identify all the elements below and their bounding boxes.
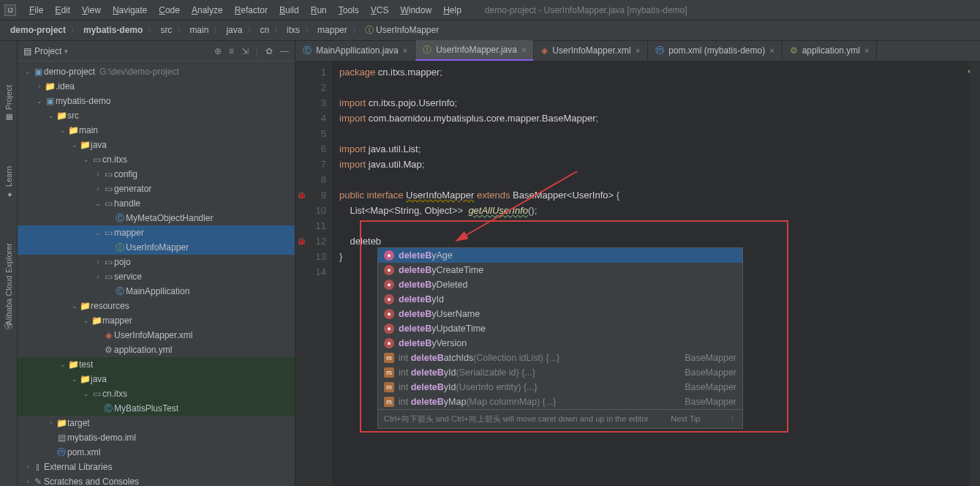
tree-generator[interactable]: ›▭generator: [18, 182, 295, 196]
window-title: demo-project - UserInfoMapper.java [myba…: [485, 5, 687, 15]
crumb-itxs[interactable]: itxs: [284, 25, 303, 35]
completion-item[interactable]: mint deleteById(Serializable id) {...}Ba…: [378, 365, 742, 380]
side-tab-learn[interactable]: ✦Learn: [4, 166, 13, 199]
breadcrumb-bar: demo-project〉mybatis-demo〉src〉main〉java〉…: [0, 20, 980, 41]
code-area[interactable]: 🐞🐞 1234567891011121314 package cn.itxs.m…: [295, 61, 980, 486]
editor-right-gutter: [970, 61, 980, 486]
crumb-demo-project[interactable]: demo-project: [7, 25, 69, 35]
menu-edit[interactable]: Edit: [49, 5, 76, 15]
line-gutter: 🐞🐞 1234567891011121314: [295, 61, 332, 486]
menu-view[interactable]: View: [76, 5, 107, 15]
collapse-all-icon[interactable]: ⇲: [241, 46, 249, 56]
tree-mybatis-demo.iml[interactable]: ▤mybatis-demo.iml: [18, 430, 295, 445]
tree-MyMetaObjectHandler[interactable]: ⒸMyMetaObjectHandler: [18, 211, 295, 225]
crumb-java[interactable]: java: [223, 25, 245, 35]
close-icon[interactable]: ×: [403, 46, 407, 55]
project-panel-header: ▤Project▾ ⊕ ≡ ⇲ | ✿ —: [18, 41, 295, 61]
project-panel: ▤Project▾ ⊕ ≡ ⇲ | ✿ — ⌄▣demo-projectG:\d…: [18, 41, 295, 486]
tree-config[interactable]: ›▭config: [18, 167, 295, 182]
menu-help[interactable]: Help: [437, 5, 467, 15]
tree-cn.itxs[interactable]: ⌄▭cn.itxs: [18, 152, 295, 167]
app-icon: IJ: [4, 4, 16, 16]
menu-analyze[interactable]: Analyze: [186, 5, 229, 15]
crumb-cn[interactable]: cn: [257, 25, 272, 35]
tree-test[interactable]: ⌄📁test: [18, 357, 295, 372]
hide-icon[interactable]: —: [280, 46, 289, 56]
tree-resources[interactable]: ⌄📁resources: [18, 299, 295, 313]
completion-item[interactable]: mint deleteById(UserInfo entity) {...}Ba…: [378, 380, 742, 395]
menu-window[interactable]: Window: [394, 5, 437, 15]
tree-cn.itxs[interactable]: ⌄▭cn.itxs: [18, 386, 295, 401]
popup-footer: Ctrl+向下箭头 and Ctrl+向上箭头 will move caret …: [378, 409, 742, 428]
tree-java[interactable]: ⌄📁java: [18, 372, 295, 386]
tree-handle[interactable]: ⌄▭handle: [18, 196, 295, 211]
editor-area: ⒸMainAppllication.java×ⒾUserInfoMapper.j…: [295, 41, 980, 486]
tree-demo-project[interactable]: ⌄▣demo-projectG:\dev\demo-project: [18, 64, 295, 79]
tab-UserInfoMapper.xml[interactable]: ◈UserInfoMapper.xml×: [534, 40, 648, 61]
project-tree[interactable]: ⌄▣demo-projectG:\dev\demo-project›📁.idea…: [18, 61, 295, 486]
crumb-src[interactable]: src: [157, 25, 175, 35]
tree-Scratches and Consoles[interactable]: ›✎Scratches and Consoles: [18, 474, 295, 486]
tree-mapper[interactable]: ⌄📁mapper: [18, 313, 295, 328]
close-icon[interactable]: ×: [769, 46, 774, 55]
tree-.idea[interactable]: ›📁.idea: [18, 79, 295, 94]
crumb-mybatis-demo[interactable]: mybatis-demo: [80, 25, 146, 35]
tree-MyBatisPlusTest[interactable]: ⒸMyBatisPlusTest: [18, 401, 295, 416]
crumb-UserInfoMapper[interactable]: Ⓘ UserInfoMapper: [362, 25, 442, 35]
crumb-main[interactable]: main: [186, 25, 211, 35]
tree-application.yml[interactable]: ⚙application.yml: [18, 343, 295, 357]
tree-UserInfoMapper.xml[interactable]: ◈UserInfoMapper.xml: [18, 328, 295, 343]
completion-item[interactable]: ●deleteByUserName: [378, 307, 742, 321]
tree-mapper[interactable]: ⌄▭mapper: [18, 225, 295, 240]
tab-UserInfoMapper.java[interactable]: ⒾUserInfoMapper.java×: [415, 40, 534, 61]
completion-item[interactable]: ●deleteByCreateTime: [378, 263, 742, 277]
close-icon[interactable]: ×: [521, 45, 526, 54]
tab-pom.xml (mybatis-demo)[interactable]: ⓜpom.xml (mybatis-demo)×: [648, 40, 782, 61]
editor-tabs: ⒸMainAppllication.java×ⒾUserInfoMapper.j…: [295, 41, 980, 61]
completion-item[interactable]: mint deleteByMap(Map columnMap) {...}Bas…: [378, 395, 742, 409]
completion-item[interactable]: ●deleteByAge: [378, 248, 742, 263]
completion-item[interactable]: mint deleteBatchIds(Collection idList) {…: [378, 351, 742, 365]
tree-pojo[interactable]: ›▭pojo: [18, 255, 295, 269]
tree-src[interactable]: ⌄📁src: [18, 108, 295, 123]
menu-vcs[interactable]: VCS: [365, 5, 395, 15]
menu-navigate[interactable]: Navigate: [107, 5, 153, 15]
tab-application.yml[interactable]: ⚙application.yml×: [783, 40, 878, 61]
menu-items: FileEditViewNavigateCodeAnalyzeRefactorB…: [23, 5, 467, 15]
menu-code[interactable]: Code: [153, 5, 186, 15]
code-content[interactable]: package cn.itxs.mapper; import cn.itxs.p…: [332, 61, 970, 486]
tab-MainAppllication.java[interactable]: ⒸMainAppllication.java×: [295, 40, 415, 61]
code-completion-popup[interactable]: ●deleteByAge●deleteByCreateTime●deleteBy…: [377, 247, 743, 429]
menu-run[interactable]: Run: [305, 5, 333, 15]
crumb-mapper[interactable]: mapper: [314, 25, 350, 35]
tree-UserInfoMapper[interactable]: ⒾUserInfoMapper: [18, 240, 295, 255]
main-area: ▦Project ✦Learn ⒶAlibaba Cloud Explorer …: [0, 41, 980, 486]
completion-item[interactable]: ●deleteByUpdateTime: [378, 321, 742, 336]
settings-icon[interactable]: ✿: [265, 46, 273, 56]
tree-mybatis-demo[interactable]: ⌄▣mybatis-demo: [18, 94, 295, 108]
tree-java[interactable]: ⌄📁java: [18, 138, 295, 152]
menu-file[interactable]: File: [23, 5, 49, 15]
close-icon[interactable]: ×: [864, 46, 869, 55]
menu-bar: IJ FileEditViewNavigateCodeAnalyzeRefact…: [0, 0, 980, 20]
tree-External Libraries[interactable]: ›⫿External Libraries: [18, 460, 295, 474]
completion-item[interactable]: ●deleteByVersion: [378, 336, 742, 351]
next-tip-link[interactable]: Next Tip: [671, 411, 700, 427]
completion-item[interactable]: ●deleteById: [378, 292, 742, 307]
select-opened-file-icon[interactable]: ⊕: [214, 46, 222, 56]
side-tab-cloud[interactable]: ⒶAlibaba Cloud Explorer: [3, 243, 14, 337]
tree-service[interactable]: ›▭service: [18, 269, 295, 284]
menu-refactor[interactable]: Refactor: [229, 5, 274, 15]
project-panel-title[interactable]: ▤Project▾: [23, 46, 214, 56]
menu-build[interactable]: Build: [274, 5, 305, 15]
expand-all-icon[interactable]: ≡: [229, 46, 234, 56]
completion-item[interactable]: ●deleteByDeleted: [378, 277, 742, 292]
tree-MainAppllication[interactable]: ⒸMainAppllication: [18, 284, 295, 299]
tree-target[interactable]: ›📁target: [18, 416, 295, 430]
tree-main[interactable]: ⌄📁main: [18, 123, 295, 138]
side-tab-project[interactable]: ▦Project: [4, 85, 13, 122]
tool-window-bar-left: ▦Project ✦Learn ⒶAlibaba Cloud Explorer: [0, 41, 18, 486]
tree-pom.xml[interactable]: ⓜpom.xml: [18, 445, 295, 460]
menu-tools[interactable]: Tools: [333, 5, 365, 15]
close-icon[interactable]: ×: [636, 46, 640, 55]
